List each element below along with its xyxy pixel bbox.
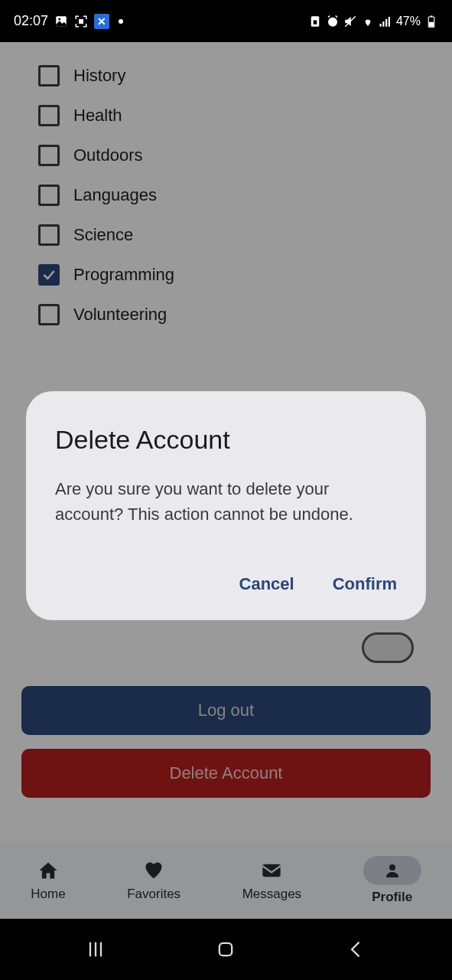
confirm-button[interactable]: Confirm [333,574,397,594]
back-button[interactable] [346,939,367,960]
delete-account-dialog: Delete Account Are you sure you want to … [26,391,426,620]
dialog-actions: Cancel Confirm [55,574,397,594]
svg-rect-10 [389,17,390,27]
svg-rect-7 [379,24,381,27]
status-right: 47% [308,15,438,28]
dialog-body: Are you sure you want to delete your acc… [55,476,397,527]
recents-button[interactable] [85,939,106,960]
x-app-icon: ✕ [94,14,109,29]
svg-rect-2 [80,19,83,23]
svg-rect-9 [385,19,387,27]
fullscreen-icon [74,15,88,28]
svg-rect-8 [382,21,384,27]
svg-rect-19 [219,943,232,956]
android-nav-bar [0,919,452,980]
dialog-title: Delete Account [55,425,397,455]
svg-point-1 [58,18,60,20]
battery-icon [424,15,438,28]
alarm-icon [326,15,340,28]
mute-icon [343,15,357,28]
cancel-button[interactable]: Cancel [239,574,294,594]
signal-icon [379,15,392,28]
notification-dot-icon [119,19,123,24]
card-icon [308,15,322,28]
svg-point-5 [328,17,337,26]
image-icon [54,15,68,28]
status-time: 02:07 [14,13,48,29]
home-button[interactable] [215,939,236,960]
app-area: History Health Outdoors Languages Scienc… [0,42,452,919]
status-left: 02:07 ✕ [14,13,123,29]
status-bar: 02:07 ✕ 47% [0,0,452,42]
battery-percent: 47% [396,15,421,28]
svg-rect-4 [314,20,317,24]
wifi-icon [361,15,375,28]
svg-rect-12 [431,15,433,17]
svg-rect-13 [429,21,434,26]
